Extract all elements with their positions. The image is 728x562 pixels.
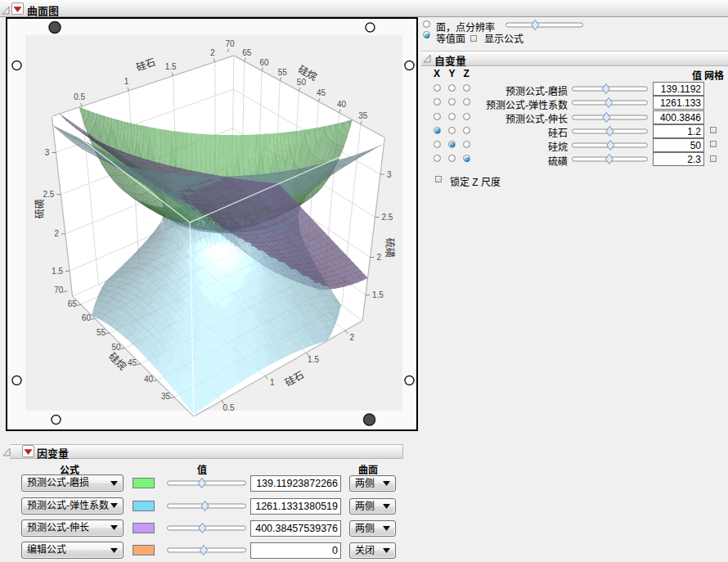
svg-text:55: 55 <box>97 328 106 337</box>
svg-text:45: 45 <box>128 358 137 367</box>
svg-text:70: 70 <box>54 285 64 294</box>
svg-text:2: 2 <box>350 333 355 342</box>
svg-text:45: 45 <box>317 88 326 97</box>
svg-text:0.5: 0.5 <box>74 92 85 101</box>
svg-text:2.5: 2.5 <box>382 213 393 222</box>
svg-text:50: 50 <box>297 78 307 87</box>
svg-text:2.5: 2.5 <box>43 190 54 199</box>
svg-text:1: 1 <box>124 77 129 86</box>
svg-text:3: 3 <box>45 148 50 157</box>
svg-text:70: 70 <box>226 39 236 48</box>
svg-text:2: 2 <box>377 253 382 262</box>
svg-text:50: 50 <box>111 343 121 352</box>
svg-text:60: 60 <box>82 313 92 322</box>
svg-text:35: 35 <box>358 111 368 120</box>
svg-text:1.5: 1.5 <box>165 62 177 71</box>
svg-text:2: 2 <box>210 48 215 57</box>
svg-text:40: 40 <box>337 100 347 109</box>
svg-text:35: 35 <box>161 392 171 401</box>
svg-text:55: 55 <box>278 68 288 77</box>
svg-text:1.5: 1.5 <box>52 267 63 276</box>
svg-text:硫磺: 硫磺 <box>34 199 46 218</box>
svg-text:65: 65 <box>68 299 78 308</box>
svg-text:1.5: 1.5 <box>308 355 319 364</box>
svg-text:0.5: 0.5 <box>223 403 235 412</box>
svg-text:3: 3 <box>387 170 392 179</box>
svg-text:2: 2 <box>54 229 59 238</box>
svg-text:1.5: 1.5 <box>372 290 384 299</box>
svg-text:40: 40 <box>144 375 154 384</box>
svg-text:1: 1 <box>270 378 275 387</box>
svg-text:硫磺: 硫磺 <box>384 238 396 258</box>
svg-text:65: 65 <box>242 48 252 57</box>
svg-text:60: 60 <box>260 58 270 67</box>
